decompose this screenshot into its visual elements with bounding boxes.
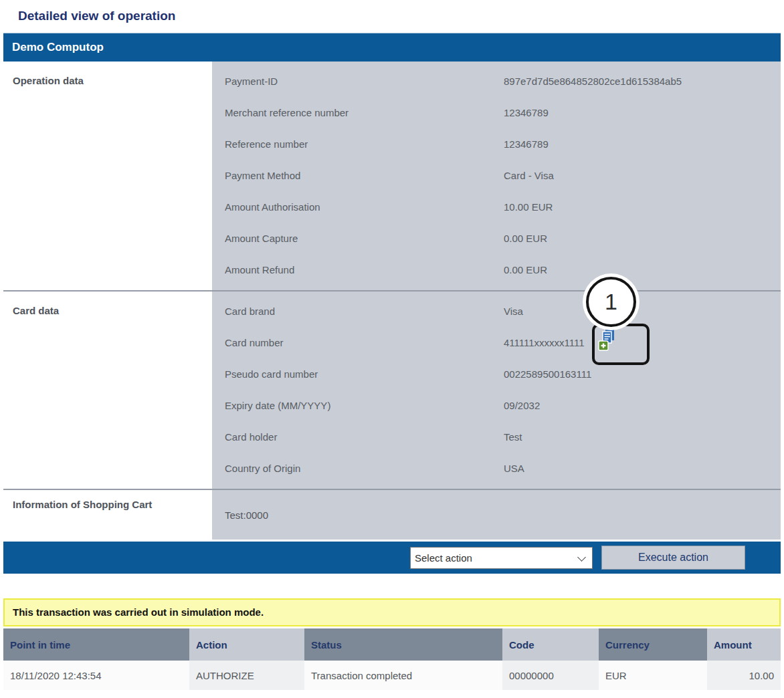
field-label: Payment Method xyxy=(225,170,504,181)
field-value: 0022589500163111 xyxy=(504,368,591,380)
field-value: 897e7d7d5e864852802ce1d615384ab5 xyxy=(504,76,682,87)
field-label: Amount Refund xyxy=(225,264,504,275)
section-rows: Card brand Visa Card number 411111xxxxxx… xyxy=(212,292,781,489)
operation-detail-panel: Demo Computop Operation data Payment-ID … xyxy=(3,33,781,574)
detail-row-merchant-ref: Merchant reference number 12346789 xyxy=(212,97,781,128)
field-label: Reference number xyxy=(225,138,504,150)
history-row: 18/11/2020 12:43:54 AUTHORIZE Transactio… xyxy=(3,661,781,690)
field-label: Card holder xyxy=(225,431,504,443)
field-label: Amount Authorisation xyxy=(225,201,504,213)
field-label: Country of Origin xyxy=(225,463,504,474)
history-header-row: Point in time Action Status Code Currenc… xyxy=(3,628,781,661)
field-label: Card number xyxy=(225,337,504,348)
detail-row-pseudo-card-number: Pseudo card number 0022589500163111 xyxy=(212,358,781,390)
page-title: Detailed view of operation xyxy=(3,0,781,33)
detail-row-card-brand: Card brand Visa xyxy=(212,296,781,327)
detail-row-payment-id: Payment-ID 897e7d7d5e864852802ce1d615384… xyxy=(212,66,781,97)
field-value: 0.00 EUR xyxy=(504,233,547,244)
section-title: Card data xyxy=(3,292,212,489)
column-header-amount: Amount xyxy=(707,628,781,661)
cell-point-in-time: 18/11/2020 12:43:54 xyxy=(3,661,189,690)
section-operation-data: Operation data Payment-ID 897e7d7d5e8648… xyxy=(3,62,781,290)
section-title: Information of Shopping Cart xyxy=(13,498,155,511)
detail-row-amount-capture: Amount Capture 0.00 EUR xyxy=(212,223,781,254)
field-value: 09/2032 xyxy=(504,400,540,411)
detail-row-amount-authorisation: Amount Authorisation 10.00 EUR xyxy=(212,191,781,223)
field-value: USA xyxy=(504,463,524,474)
detail-row-reference: Reference number 12346789 xyxy=(212,128,781,160)
section-shopping-cart: Information of Shopping Cart Test:0000 xyxy=(3,489,781,540)
field-label: Expiry date (MM/YYYY) xyxy=(225,400,504,411)
field-label: Amount Capture xyxy=(225,233,504,244)
field-value: Card - Visa xyxy=(504,170,554,181)
column-header-currency: Currency xyxy=(599,628,707,661)
detail-row-card-holder: Card holder Test xyxy=(212,421,781,453)
column-header-action: Action xyxy=(189,628,304,661)
section-card-data: Card data Card brand Visa Card number 41… xyxy=(3,290,781,489)
field-value: 12346789 xyxy=(504,107,549,118)
column-header-point-in-time: Point in time xyxy=(3,628,189,661)
simulation-mode-notice: This transaction was carried out in simu… xyxy=(3,598,781,626)
section-rows: Payment-ID 897e7d7d5e864852802ce1d615384… xyxy=(212,62,781,290)
field-label: Merchant reference number xyxy=(225,107,504,118)
column-header-status: Status xyxy=(304,628,502,661)
field-value: 0.00 EUR xyxy=(504,264,547,275)
detail-row-payment-method: Payment Method Card - Visa xyxy=(212,160,781,191)
action-select[interactable]: Select action xyxy=(410,547,593,569)
field-label: Pseudo card number xyxy=(225,368,504,380)
merchant-header: Demo Computop xyxy=(3,33,781,62)
action-select-wrap: Select action xyxy=(410,547,593,569)
detail-row-card-number: Card number 411111xxxxxx1111 xyxy=(212,327,781,358)
detail-row-amount-refund: Amount Refund 0.00 EUR xyxy=(212,254,781,285)
action-bar: Select action Execute action xyxy=(3,542,781,574)
field-label: Card brand xyxy=(225,306,504,317)
cell-currency: EUR xyxy=(599,661,707,690)
shopping-cart-value: Test:0000 xyxy=(212,490,781,540)
copy-card-number-icon[interactable] xyxy=(598,328,615,354)
cell-code: 00000000 xyxy=(502,661,599,690)
cell-amount: 10.00 xyxy=(707,661,781,690)
detail-row-expiry-date: Expiry date (MM/YYYY) 09/2032 xyxy=(212,390,781,421)
cell-status: Transaction completed xyxy=(304,661,502,690)
field-value: 411111xxxxxx1111 xyxy=(504,337,585,348)
field-value: Test xyxy=(504,431,522,443)
detail-row-country-of-origin: Country of Origin USA xyxy=(212,453,781,484)
cell-action: AUTHORIZE xyxy=(189,661,304,690)
field-label: Payment-ID xyxy=(225,76,504,87)
section-title: Operation data xyxy=(3,62,212,290)
transaction-history-table: Point in time Action Status Code Currenc… xyxy=(3,628,781,690)
column-header-code: Code xyxy=(502,628,599,661)
field-value: 12346789 xyxy=(504,138,549,150)
field-value: 10.00 EUR xyxy=(504,201,553,213)
field-value: Visa xyxy=(504,306,523,317)
execute-action-button[interactable]: Execute action xyxy=(601,546,745,570)
page: Detailed view of operation Demo Computop… xyxy=(3,0,781,690)
